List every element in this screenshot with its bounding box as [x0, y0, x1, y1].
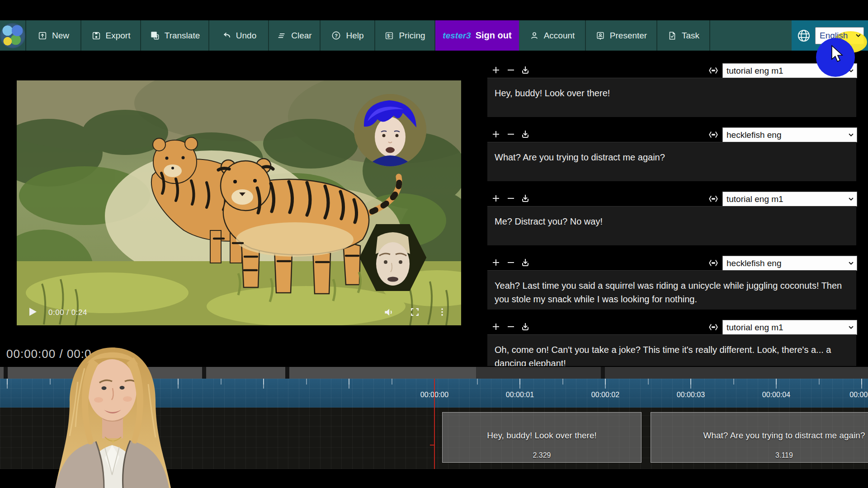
volume-icon[interactable] — [383, 306, 395, 318]
plus-icon[interactable] — [491, 129, 501, 140]
new-file-icon — [38, 31, 47, 41]
undo-arrow-icon — [221, 30, 231, 41]
undo-button[interactable]: Undo — [209, 20, 269, 51]
translate-icon: G — [150, 30, 160, 41]
subtitle-textarea[interactable]: Me? Distract you? No way! — [487, 206, 856, 245]
export-button[interactable]: Export — [81, 20, 141, 51]
angle-dots-icon[interactable] — [708, 129, 719, 141]
minus-icon[interactable] — [505, 129, 516, 140]
ruler-label: 00:00:02 — [591, 391, 619, 399]
voice-select[interactable]: tutorial eng m1 — [722, 192, 857, 206]
plus-icon[interactable] — [491, 321, 501, 332]
play-icon[interactable] — [28, 306, 38, 317]
ruler-label: 00:00:03 — [677, 391, 705, 399]
export-button-label: Export — [106, 31, 131, 41]
person-icon — [529, 31, 539, 41]
subtitle-textarea[interactable]: Hey, buddy! Look over there! — [487, 78, 856, 117]
minus-icon[interactable] — [505, 193, 516, 204]
clip-marker — [202, 367, 206, 379]
kebab-menu-icon[interactable] — [437, 306, 447, 318]
voice-select-value: tutorial eng m1 — [723, 323, 783, 333]
account-button[interactable]: Account — [519, 20, 586, 51]
toolbar-spacer — [710, 20, 792, 51]
blue-hair-man-portrait — [354, 94, 426, 166]
video-time-display: 0:00 / 0:24 — [48, 308, 87, 317]
account-button-label: Account — [544, 31, 575, 41]
angle-dots-icon[interactable] — [708, 65, 719, 76]
clear-button-label: Clear — [291, 31, 311, 41]
voice-select-value: tutorial eng m1 — [723, 194, 783, 204]
playhead-tick — [430, 445, 434, 446]
clip-marker — [285, 367, 289, 379]
save-icon — [91, 31, 101, 41]
chevron-down-icon — [855, 32, 862, 39]
top-black-strip — [0, 0, 868, 20]
app-logo-cell — [0, 20, 26, 51]
presenter-button-label: Presenter — [610, 31, 647, 41]
pricing-button-label: Pricing — [399, 31, 425, 41]
chevron-down-icon — [848, 196, 854, 202]
voice-select-value: tutorial eng m1 — [723, 66, 783, 76]
new-button[interactable]: New — [26, 20, 81, 51]
video-player[interactable]: 0:00 / 0:24 — [17, 66, 461, 326]
help-button[interactable]: ? Help — [321, 20, 375, 51]
question-circle-icon: ? — [331, 30, 341, 41]
blonde-presenter-portrait — [42, 341, 183, 488]
translate-button[interactable]: G Translate — [141, 20, 209, 51]
plus-icon[interactable] — [491, 193, 501, 204]
download-icon[interactable] — [520, 257, 531, 268]
subtitle-editor-panel: tutorial eng m1 Hey, buddy! Look over th… — [487, 53, 868, 366]
presenter-button[interactable]: Presenter — [586, 20, 657, 51]
app-logo[interactable] — [0, 23, 25, 48]
subtitle-textarea[interactable]: Oh, come on! Can't you take a joke? This… — [487, 334, 856, 366]
angle-dots-icon[interactable] — [708, 321, 719, 333]
playhead[interactable] — [434, 379, 435, 469]
clip-duration: 3.119 — [651, 451, 868, 460]
download-icon[interactable] — [520, 321, 531, 332]
download-icon[interactable] — [520, 65, 531, 75]
svg-text:?: ? — [335, 33, 338, 38]
clip-marker — [601, 367, 605, 379]
voice-select[interactable]: tutorial eng m1 — [722, 320, 857, 335]
minus-icon[interactable] — [505, 321, 516, 332]
timeline-clip[interactable]: Hey, buddy! Look over there! 2.329 — [442, 412, 642, 463]
svg-text:$: $ — [387, 33, 390, 38]
pricing-button[interactable]: $ Pricing — [375, 20, 435, 51]
video-content: 0:00 / 0:24 — [17, 80, 461, 325]
minus-icon[interactable] — [505, 65, 516, 75]
plus-icon[interactable] — [491, 65, 501, 75]
voice-select-value: hecklefish eng — [723, 258, 781, 268]
subtitle-textarea[interactable]: Yeah? Last time you said a squirrel was … — [487, 270, 856, 310]
timeline-clip[interactable]: What? Are you trying to distract me agai… — [651, 412, 868, 463]
voice-select[interactable]: hecklefish eng — [722, 127, 857, 142]
voice-select-value: hecklefish eng — [723, 130, 781, 140]
subtitle-textarea[interactable]: What? Are you trying to distract me agai… — [487, 142, 856, 181]
clear-button[interactable]: Clear — [269, 20, 321, 51]
ruler-label: 00:00:04 — [762, 391, 790, 399]
download-icon[interactable] — [520, 129, 531, 140]
minus-icon[interactable] — [505, 257, 516, 268]
chevron-down-icon — [848, 324, 854, 331]
subtitle-row-toolbar: tutorial eng m1 — [487, 192, 868, 206]
task-button[interactable]: Task — [657, 20, 710, 51]
subtitle-row-toolbar: hecklefish eng — [487, 256, 868, 270]
fullscreen-icon[interactable] — [409, 306, 420, 318]
clip-text: Hey, buddy! Look over there! — [443, 431, 641, 441]
presenter-avatar-image — [42, 341, 183, 488]
plus-icon[interactable] — [491, 257, 501, 268]
chevron-down-icon — [848, 131, 854, 138]
task-button-label: Task — [682, 31, 699, 41]
signout-button[interactable]: tester3 Sign out — [435, 20, 519, 51]
speaker-avatar-circle — [354, 94, 426, 166]
username-label: tester3 — [443, 31, 471, 41]
translate-button-label: Translate — [165, 31, 200, 41]
clear-lines-icon — [277, 31, 287, 41]
voice-select[interactable]: hecklefish eng — [722, 256, 857, 271]
download-icon[interactable] — [520, 193, 531, 204]
angle-dots-icon[interactable] — [708, 193, 719, 205]
clip-text: What? Are you trying to distract me agai… — [651, 431, 868, 441]
subtitle-row-toolbar: hecklefish eng — [487, 127, 868, 142]
mouse-cursor — [829, 44, 845, 64]
ruler-label: 00:00:0 — [849, 391, 868, 399]
angle-dots-icon[interactable] — [708, 257, 719, 269]
